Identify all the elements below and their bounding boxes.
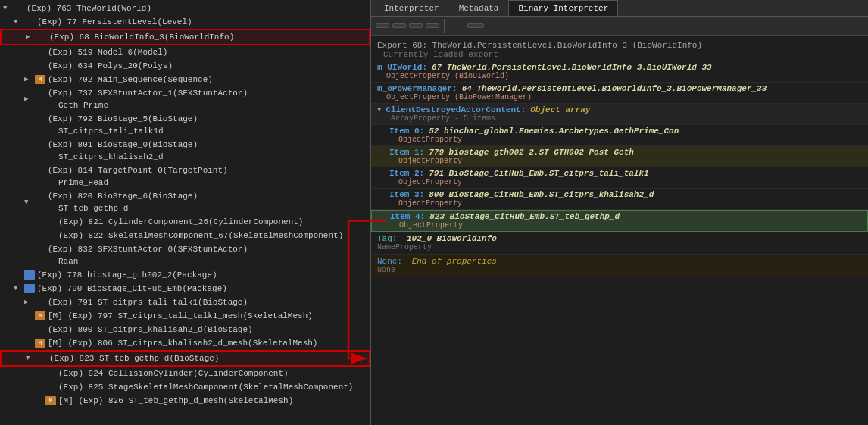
item-name: Item 2: — [389, 169, 424, 178]
tag-row[interactable]: Tag: 102_0 BioWorldInfo NameProperty — [371, 232, 868, 255]
tab-binary-interpreter[interactable]: Binary Interpreter — [508, 0, 618, 16]
item-title: Item 2: 791 BioStage_CitHub_Emb.ST_citpr… — [377, 169, 862, 178]
tree-item-pkg790[interactable]: (Exp) 790 BioStage_CitHub_Emb(Package) — [0, 282, 370, 295]
mesh-icon: M — [45, 396, 56, 405]
tree-item-targetpoint[interactable]: (Exp) 814 TargetPoint_0(TargetPoint)Prim… — [0, 164, 370, 189]
tree-item-biostage5[interactable]: (Exp) 792 BioStage_5(BioStage)ST_citprs_… — [0, 112, 370, 138]
tree-arrow — [26, 31, 35, 43]
mesh-icon: M — [35, 75, 45, 84]
exp-icon — [24, 17, 35, 27]
item-row-2[interactable]: Item 2: 791 BioStage_CitHub_Emb.ST_citpr… — [371, 167, 868, 189]
tree-item-skel67[interactable]: (Exp) 822 SkeletalMeshComponent_67(Skele… — [0, 229, 370, 242]
tree-arrow — [24, 296, 33, 308]
add-array-element-button[interactable] — [409, 23, 423, 28]
tree-item-text: (Exp) 822 SkeletalMeshComponent_67(Skele… — [58, 230, 343, 242]
item-name: Item 4: — [390, 212, 425, 221]
tree-item-biostage6[interactable]: (Exp) 820 BioStage_6(BioStage)ST_teb_get… — [0, 189, 370, 215]
tree-item-text: (Exp) 634 Polys_20(Polys) — [48, 60, 173, 72]
tree-item-pkg778[interactable]: (Exp) 778 biostage_gth002_2(Package) — [0, 268, 370, 282]
tree-item-sub: ST_citprs_khalisah2_d — [48, 151, 198, 163]
prop-name: m_oPowerManager: — [377, 84, 457, 93]
item-title: Item 0: 52 biochar_global.Enemies.Archet… — [377, 127, 862, 136]
prop-title: m_UIWorld: 67 TheWorld.PersistentLevel.B… — [377, 63, 862, 72]
section-row-2[interactable]: ▼ ClientDestroyedActorContent: Object ar… — [371, 104, 868, 125]
tree-item-biostage0[interactable]: (Exp) 801 BioStage_0(BioStage)ST_citprs_… — [0, 138, 370, 164]
section-sub: ArrayProperty - 5 items — [377, 114, 862, 123]
tree-item-mesh797[interactable]: M[M] (Exp) 797 ST_citprs_tali_talk1_mesh… — [0, 309, 370, 323]
none-type: None — [377, 266, 862, 274]
tag-name: Tag: — [377, 234, 397, 243]
tree-item-stage825[interactable]: (Exp) 825 StageSkeletalMeshComponent(Ske… — [0, 380, 370, 394]
tree-item-text: (Exp) 825 StageSkeletalMeshComponent(Ske… — [58, 381, 353, 393]
tree-item-persistent[interactable]: (Exp) 77 PersistentLevel(Level) — [0, 15, 370, 29]
tree-item-text: (Exp) 737 SFXStuntActor_1(SFXStuntActor)… — [48, 87, 248, 111]
tree-item-text: (Exp) 519 Model_6(Model) — [48, 46, 167, 58]
tree-item-mesh826[interactable]: M[M] (Exp) 826 ST_teb_gethp_d_mesh(Skele… — [0, 394, 370, 408]
property-row-1[interactable]: m_oPowerManager: 64 TheWorld.PersistentL… — [371, 83, 868, 104]
right-panel: InterpreterMetadataBinary Interpreter Ex… — [371, 0, 868, 425]
tree-item-text: (Exp) 702 Main_Sequence(Sequence) — [48, 73, 213, 86]
tree-item-text: (Exp) 778 biostage_gth002_2(Package) — [37, 269, 217, 281]
remove-array-element-button[interactable] — [426, 23, 439, 28]
section-name: ClientDestroyedActorContent: — [386, 105, 526, 114]
item-row-3[interactable]: Item 3: 800 BioStage_CitHub_Emb.ST_citpr… — [371, 189, 868, 210]
toolbar-divider — [444, 19, 445, 33]
tree-arrow — [14, 16, 23, 28]
item-type: ObjectProperty — [377, 136, 862, 144]
tree-item-bioworldinfo[interactable]: (Exp) 68 BioWorldInfo_3(BioWorldInfo) — [0, 29, 370, 45]
exp-icon — [35, 198, 45, 207]
tab-metadata[interactable]: Metadata — [449, 0, 509, 16]
exp-icon — [14, 4, 24, 13]
tree-item-text: [M] (Exp) 797 ST_citprs_tali_talk1_mesh(… — [48, 310, 313, 322]
tree-item-text: (Exp) 68 BioWorldInfo_3(BioWorldInfo) — [49, 31, 234, 43]
item-row-1[interactable]: Item 1: 779 biostage_gth002_2.ST_GTH002_… — [371, 146, 868, 167]
export-header: Export 68: TheWorld.PersistentLevel.BioW… — [371, 39, 868, 61]
toggle-hexbox-button[interactable] — [376, 23, 389, 28]
prop-type: ObjectProperty (BioPowerManager) — [377, 93, 862, 102]
item-value: 800 BioStage_CitHub_Emb.ST_citprs_khalis… — [429, 190, 654, 199]
exp-icon — [35, 146, 45, 155]
none-row: None: End of properties None — [371, 255, 868, 277]
tree-item-mesh806[interactable]: M[M] (Exp) 806 ST_citprs_khalisah2_d_mes… — [0, 336, 370, 350]
tree-arrow — [26, 352, 35, 364]
tree-item-bio823[interactable]: (Exp) 823 ST_teb_gethp_d(BioStage) — [0, 350, 370, 367]
item-name: Item 1: — [389, 148, 424, 157]
item-title: Item 3: 800 BioStage_CitHub_Emb.ST_citpr… — [377, 190, 862, 199]
tree-item-bio791[interactable]: (Exp) 791 ST_citprs_tali_talk1(BioStage) — [0, 295, 370, 309]
tree-item-cyl824[interactable]: (Exp) 824 CollisionCylinder(CylinderComp… — [0, 367, 370, 380]
tree-item-sfx1[interactable]: (Exp) 737 SFXStuntActor_1(SFXStuntActor)… — [0, 86, 370, 112]
tree-item-sfx0[interactable]: (Exp) 832 SFXStuntActor_0(SFXStuntActor)… — [0, 242, 370, 268]
tree-item-cyl26[interactable]: (Exp) 821 CylinderComponent_26(CylinderC… — [0, 215, 370, 229]
export-line2: Currently loaded export — [377, 50, 862, 59]
item-row-4[interactable]: Item 4: 823 BioStage_CitHub_Emb.ST_teb_g… — [371, 210, 868, 232]
tree-item-model[interactable]: (Exp) 519 Model_6(Model) — [0, 45, 370, 59]
tree-item-sub: Raan — [48, 255, 248, 267]
exp-icon — [35, 325, 45, 334]
tree-item-text: (Exp) 814 TargetPoint_0(TargetPoint)Prim… — [48, 164, 228, 189]
exp-icon — [35, 120, 45, 130]
tab-interpreter[interactable]: Interpreter — [374, 0, 449, 16]
tree-item-bio800[interactable]: (Exp) 800 ST_citprs_khalisah2_d(BioStage… — [0, 323, 370, 336]
tree-item-polys[interactable]: (Exp) 634 Polys_20(Polys) — [0, 59, 370, 73]
section-value: Object array — [530, 105, 590, 114]
item-row-0[interactable]: Item 0: 52 biochar_global.Enemies.Archet… — [371, 125, 868, 146]
mesh-icon: M — [35, 311, 45, 320]
none-label: None: — [377, 257, 402, 266]
tree-item-text: (Exp) 824 CollisionCylinder(CylinderComp… — [58, 367, 289, 380]
tree-item-sequence[interactable]: M(Exp) 702 Main_Sequence(Sequence) — [0, 73, 370, 86]
set-button[interactable] — [467, 23, 484, 28]
content-area: Export 68: TheWorld.PersistentLevel.BioW… — [371, 36, 868, 425]
property-row-0[interactable]: m_UIWorld: 67 TheWorld.PersistentLevel.B… — [371, 61, 868, 83]
tree-item-world[interactable]: (Exp) 763 TheWorld(World) — [0, 2, 370, 15]
tree-item-sub: ST_citprs_tali_talk1d — [48, 125, 198, 137]
tree-item-text: (Exp) 763 TheWorld(World) — [27, 2, 151, 14]
tree-item-text: (Exp) 77 PersistentLevel(Level) — [37, 16, 192, 28]
tree-item-sub: Prime_Head — [48, 177, 228, 189]
add-property-button[interactable] — [392, 23, 406, 28]
prop-name: m_UIWorld: — [377, 63, 427, 72]
tab-bar: InterpreterMetadataBinary Interpreter — [371, 0, 868, 17]
tree-arrow — [3, 2, 12, 14]
tree-item-text: (Exp) 832 SFXStuntActor_0(SFXStuntActor)… — [48, 243, 248, 267]
tree-item-text: [M] (Exp) 826 ST_teb_gethp_d_mesh(Skelet… — [58, 395, 293, 407]
item-name: Item 0: — [389, 127, 424, 136]
